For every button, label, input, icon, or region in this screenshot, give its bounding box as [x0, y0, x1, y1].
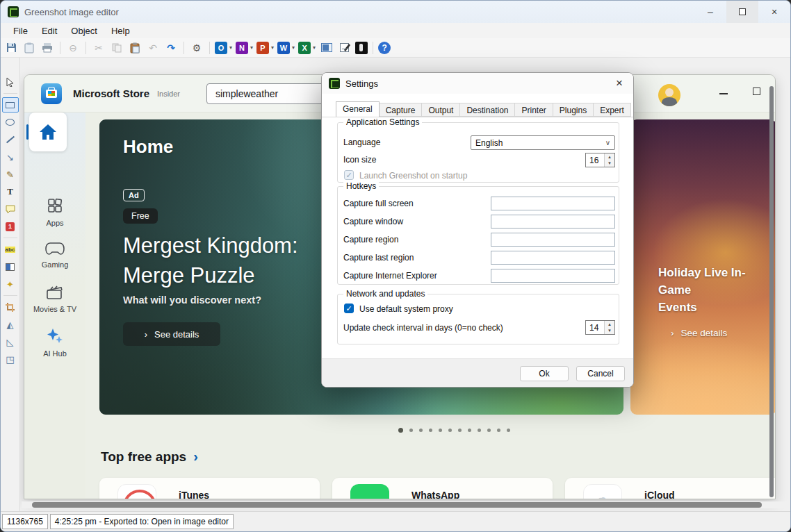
app-card-icloud[interactable]: iCloud — [565, 478, 776, 499]
settings-gear-icon[interactable]: ⚙ — [189, 40, 204, 56]
store-maximize-icon[interactable] — [753, 88, 760, 95]
store-avatar[interactable] — [658, 84, 680, 106]
side-card-see-details-button[interactable]: › See details — [671, 328, 727, 338]
scrollbar-thumb[interactable] — [32, 502, 762, 508]
speech-bubble-tool-icon[interactable] — [2, 201, 19, 217]
menu-edit[interactable]: Edit — [35, 24, 64, 38]
tab-general[interactable]: General — [336, 101, 380, 117]
hotkey-input-last-region[interactable] — [491, 251, 615, 265]
carousel-dot[interactable] — [448, 429, 452, 432]
stepper-up-icon[interactable]: ▲ — [605, 153, 614, 160]
carousel-dot[interactable] — [458, 429, 462, 432]
sidebar-item-gaming[interactable]: Gaming — [24, 242, 85, 269]
store-minimize-icon[interactable] — [719, 93, 728, 94]
excel-icon[interactable]: X — [298, 42, 311, 54]
hotkey-input-ie[interactable] — [491, 269, 615, 283]
menu-object[interactable]: Object — [64, 24, 104, 38]
carousel-dots[interactable] — [398, 428, 510, 433]
highlight-tool-icon[interactable]: abc — [2, 242, 19, 257]
print-icon[interactable] — [40, 40, 55, 56]
store-vertical-scrollbar[interactable] — [769, 86, 774, 497]
crop-tool-icon[interactable] — [2, 299, 19, 315]
app-card-whatsapp[interactable]: WhatsApp — [332, 478, 553, 499]
onenote-dropdown-caret[interactable]: ▾ — [250, 44, 253, 51]
outlook-dropdown-caret[interactable]: ▾ — [229, 44, 232, 51]
language-dropdown[interactable]: English ∨ — [471, 135, 615, 150]
top-free-apps-heading[interactable]: Top free apps › — [101, 449, 198, 465]
carousel-dot[interactable] — [439, 429, 442, 432]
update-interval-stepper[interactable]: 14 ▲▼ — [585, 320, 615, 335]
redo-icon[interactable]: ↷ — [163, 40, 179, 56]
cursor-tool-icon[interactable] — [2, 74, 19, 90]
undo-icon[interactable]: ↶ — [145, 40, 161, 56]
rectangle-tool-icon[interactable] — [2, 97, 19, 113]
carousel-dot[interactable] — [398, 428, 403, 433]
freehand-tool-icon[interactable]: ✎ — [2, 167, 19, 182]
carousel-dot[interactable] — [487, 429, 491, 432]
tab-capture[interactable]: Capture — [380, 103, 423, 117]
powerpoint-icon[interactable]: P — [256, 42, 269, 54]
cut-icon[interactable]: ✂ — [91, 40, 106, 56]
effects-tool-icon[interactable]: ✦ — [2, 276, 19, 292]
obfuscate-tool-icon[interactable] — [2, 259, 19, 274]
ok-button[interactable]: Ok — [520, 366, 569, 381]
menu-file[interactable]: File — [6, 24, 35, 38]
flip-tool-icon[interactable]: ◭ — [2, 317, 19, 332]
ellipse-tool-icon[interactable] — [2, 115, 19, 130]
tab-plugins[interactable]: Plugins — [553, 103, 594, 117]
text-tool-icon[interactable]: T — [2, 184, 19, 199]
close-button[interactable]: × — [758, 1, 790, 23]
sidebar-item-apps[interactable]: Apps — [24, 197, 85, 227]
carousel-dot[interactable] — [497, 429, 500, 432]
tab-expert[interactable]: Expert — [594, 103, 631, 117]
tab-output[interactable]: Output — [422, 103, 460, 117]
line-tool-icon[interactable] — [2, 132, 19, 147]
menu-help[interactable]: Help — [104, 24, 137, 38]
open-in-window-icon[interactable] — [319, 40, 334, 56]
hotkey-input-fullscreen[interactable] — [491, 197, 615, 210]
save-icon[interactable] — [3, 40, 19, 56]
cancel-button[interactable]: Cancel — [576, 366, 625, 381]
excel-dropdown-caret[interactable]: ▾ — [313, 44, 316, 51]
carousel-dot[interactable] — [409, 429, 413, 432]
tab-destination[interactable]: Destination — [460, 103, 515, 117]
arrow-tool-icon[interactable]: ↘ — [2, 149, 19, 165]
hotkey-input-window[interactable] — [491, 215, 615, 228]
minimize-button[interactable]: – — [694, 1, 726, 23]
sidebar-item-home[interactable] — [29, 113, 67, 151]
stepper-down-icon[interactable]: ▼ — [605, 328, 614, 335]
stepper-down-icon[interactable]: ▼ — [605, 160, 614, 167]
side-card-holiday-events[interactable]: Holiday Live In-Game Events › See detail… — [630, 119, 776, 415]
outlook-icon[interactable]: O — [215, 42, 227, 54]
carousel-dot[interactable] — [419, 429, 423, 432]
delete-icon[interactable]: ⊖ — [65, 40, 81, 56]
greenshot-tool-icon[interactable] — [355, 42, 368, 54]
carousel-dot[interactable] — [429, 429, 432, 432]
app-card-itunes[interactable]: iTunes — [99, 478, 320, 499]
carousel-dot[interactable] — [507, 429, 510, 432]
maximize-button[interactable] — [726, 1, 758, 23]
sidebar-item-ai-hub[interactable]: AI Hub — [24, 328, 85, 358]
startup-checkbox[interactable]: ✓ — [344, 170, 354, 180]
proxy-checkbox[interactable]: ✓ — [344, 304, 354, 313]
carousel-dot[interactable] — [468, 429, 471, 432]
stepper-up-icon[interactable]: ▲ — [605, 321, 614, 328]
paste-icon[interactable] — [127, 40, 142, 56]
onenote-icon[interactable]: N — [236, 42, 248, 54]
icon-size-stepper[interactable]: 16 ▲▼ — [585, 153, 615, 167]
sidebar-item-movies[interactable]: Movies & TV — [24, 285, 85, 313]
hero-see-details-button[interactable]: › See details — [123, 322, 220, 346]
powerpoint-dropdown-caret[interactable]: ▾ — [271, 44, 274, 51]
counter-tool-icon[interactable]: 1 — [2, 219, 19, 234]
help-icon[interactable]: ? — [378, 42, 391, 54]
rotate-tool-icon[interactable]: ◺ — [2, 334, 19, 349]
hotkey-input-region[interactable] — [491, 233, 615, 247]
word-dropdown-caret[interactable]: ▾ — [292, 44, 295, 51]
word-icon[interactable]: W — [277, 42, 290, 54]
settings-close-button[interactable]: × — [605, 73, 633, 94]
open-in-editor-icon[interactable] — [337, 40, 352, 56]
copy-icon[interactable] — [109, 40, 124, 56]
canvas-horizontal-scrollbar[interactable] — [22, 501, 790, 508]
tab-printer[interactable]: Printer — [515, 103, 553, 117]
clipboard-icon[interactable] — [22, 40, 37, 56]
